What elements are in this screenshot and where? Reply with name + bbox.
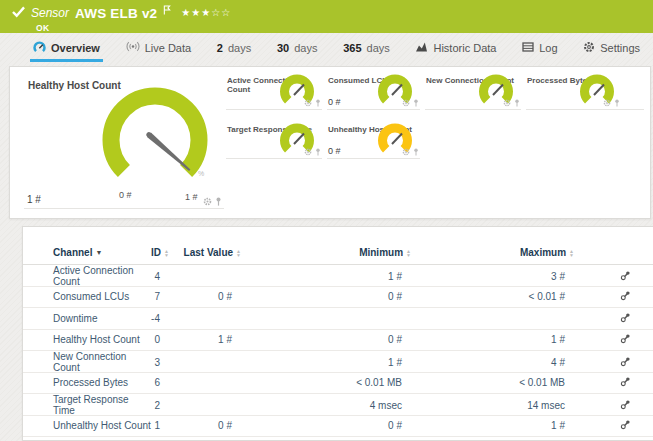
channel-maximum: 3 # [411, 271, 574, 282]
table-row[interactable]: Consumed LCUs 7 0 # 0 # < 0.01 # [23, 287, 653, 309]
channel-last-value: 0 # [169, 420, 241, 431]
channel-maximum: 1 # [411, 334, 574, 345]
gauge-cell-unhealthy-host-count[interactable]: Unhealthy Host Count 0 # [327, 122, 420, 159]
gauge-pin-icon[interactable] [215, 197, 222, 206]
table-row[interactable]: Target Response Time 2 4 msec 14 msec [23, 394, 653, 416]
tab-2-days[interactable]: 2days [214, 36, 254, 62]
gauges-panel: Healthy Host Count 0 # 1 # % 1 # Active … [9, 66, 651, 219]
gauge-cell-active-connection-count[interactable]: Active Connection Count [226, 73, 322, 110]
channel-minimum: < 0.01 MB [241, 377, 411, 388]
channel-id: 3 [151, 357, 169, 368]
tab-bar: Overview Live Data 2days 30days 365days … [0, 36, 653, 62]
table-row[interactable]: Downtime -4 [23, 308, 653, 330]
gauge-cell-target-response-time[interactable]: Target Response Time [226, 122, 322, 159]
table-header-row: Channel ▼ ID Last Value Minimum Maximum [23, 241, 653, 265]
chart-icon [415, 41, 428, 54]
channel-maximum: 1 # [411, 420, 574, 431]
channel-table: Channel ▼ ID Last Value Minimum Maximum … [22, 226, 653, 441]
gauge-needle [294, 134, 304, 145]
channel-name[interactable]: New Connection Count [53, 351, 151, 373]
gauge-pin-icon[interactable] [614, 99, 620, 107]
edit-channel-wrench-icon[interactable] [620, 376, 631, 387]
table-row[interactable]: Unhealthy Host Count 1 0 # 0 # 1 # [23, 416, 653, 438]
channel-minimum: 4 msec [241, 400, 411, 411]
gauge-pin-icon[interactable] [514, 99, 520, 107]
tab-live-data[interactable]: Live Data [123, 36, 194, 62]
sensor-status-bar: Sensor AWS ELB v2 ★★★☆☆ OK [0, 0, 653, 33]
edit-channel-wrench-icon[interactable] [620, 312, 631, 323]
channel-minimum: 1 # [241, 271, 411, 282]
edit-channel-wrench-icon[interactable] [620, 419, 631, 430]
gauge-needle [294, 85, 304, 96]
priority-stars[interactable]: ★★★☆☆ [181, 7, 231, 18]
gauge-last-value: 0 # [328, 97, 341, 107]
channel-name[interactable]: Downtime [53, 313, 151, 324]
gauge-pin-icon[interactable] [413, 148, 419, 156]
gauge-cell-healthy-host-count[interactable]: Healthy Host Count 0 # 1 # % 1 # [24, 73, 224, 209]
table-row[interactable]: Healthy Host Count 0 1 # 0 # 1 # [23, 330, 653, 352]
gauge-scale-min: 0 # [119, 190, 132, 200]
gauge-pin-icon[interactable] [413, 99, 419, 107]
column-header-minimum[interactable]: Minimum [241, 247, 411, 258]
tab-historic-data[interactable]: Historic Data [412, 36, 499, 62]
healthy-host-count-gauge [94, 79, 216, 201]
channel-name[interactable]: Healthy Host Count [53, 334, 151, 345]
gauge-settings-gear-icon[interactable] [402, 99, 410, 107]
gauge-settings-gear-icon[interactable] [503, 99, 511, 107]
channel-minimum: 0 # [241, 291, 411, 302]
gauge-settings-gear-icon[interactable] [304, 99, 312, 107]
sort-icon [569, 249, 574, 257]
channel-name[interactable]: Consumed LCUs [53, 291, 151, 302]
gauge-pin-icon[interactable] [315, 148, 321, 156]
gauge-needle [493, 85, 503, 96]
column-header-maximum[interactable]: Maximum [411, 247, 574, 258]
table-row[interactable]: Processed Bytes 6 < 0.01 MB < 0.01 MB [23, 373, 653, 395]
edit-channel-wrench-icon[interactable] [620, 399, 631, 410]
gauge-needle [392, 134, 402, 145]
edit-channel-wrench-icon[interactable] [620, 356, 631, 367]
edit-channel-wrench-icon[interactable] [620, 333, 631, 344]
column-header-id[interactable]: ID [151, 247, 169, 258]
channel-id: 6 [151, 377, 169, 388]
tab-settings[interactable]: Settings [580, 36, 643, 62]
tab-365-days[interactable]: 365days [340, 36, 393, 62]
gear-icon [583, 41, 595, 55]
channel-id: 0 [151, 334, 169, 345]
gauge-settings-gear-icon[interactable] [304, 148, 312, 156]
channel-name[interactable]: Unhealthy Host Count [53, 420, 151, 431]
gauge-settings-gear-icon[interactable] [203, 197, 212, 206]
gauge-cell-new-connection-count[interactable]: New Connection Count [425, 73, 521, 110]
column-header-last-value[interactable]: Last Value [169, 247, 241, 258]
channel-id: 2 [151, 400, 169, 411]
channel-name[interactable]: Processed Bytes [53, 377, 151, 388]
edit-channel-wrench-icon[interactable] [620, 270, 631, 281]
channel-maximum: < 0.01 MB [411, 377, 574, 388]
gauge-needle [594, 85, 604, 96]
edit-channel-wrench-icon[interactable] [620, 290, 631, 301]
flag-icon[interactable] [163, 1, 171, 19]
channel-last-value: 0 # [169, 291, 241, 302]
channel-minimum: 1 # [241, 357, 411, 368]
column-header-channel[interactable]: Channel ▼ [53, 247, 151, 258]
table-row[interactable]: Active Connection Count 4 1 # 3 # [23, 265, 653, 287]
channel-id: -4 [151, 313, 169, 324]
gauge-last-value: 0 # [328, 146, 341, 156]
sort-desc-icon: ▼ [95, 249, 102, 256]
channel-id: 7 [151, 291, 169, 302]
sensor-title: AWS ELB v2 [75, 6, 157, 21]
live-icon [126, 41, 140, 54]
channel-last-value: 1 # [169, 334, 241, 345]
gauge-cell-consumed-lcus[interactable]: Consumed LCUs 0 # [327, 73, 420, 110]
channel-minimum: 0 # [241, 334, 411, 345]
channel-name[interactable]: Active Connection Count [53, 265, 151, 287]
channel-name[interactable]: Target Response Time [53, 394, 151, 416]
tab-log[interactable]: Log [519, 36, 560, 62]
table-row[interactable]: New Connection Count 3 1 # 4 # [23, 351, 653, 373]
tab-30-days[interactable]: 30days [274, 36, 321, 62]
gauge-pin-icon[interactable] [315, 99, 321, 107]
log-icon [522, 42, 534, 54]
gauge-settings-gear-icon[interactable] [402, 148, 410, 156]
gauge-cell-processed-bytes[interactable]: Processed Bytes [526, 73, 644, 110]
tab-overview[interactable]: Overview [30, 36, 103, 62]
gauge-settings-gear-icon[interactable] [603, 99, 611, 107]
